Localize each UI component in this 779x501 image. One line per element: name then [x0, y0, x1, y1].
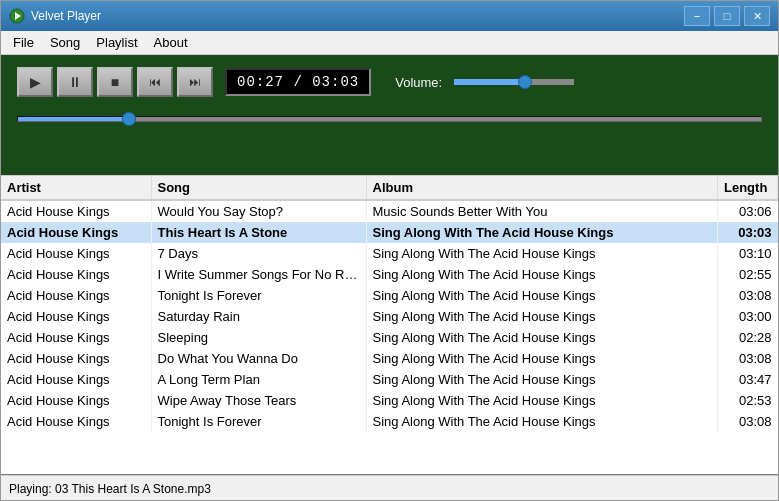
playlist-wrapper: Artist Song Album Length Acid House King…: [1, 175, 778, 474]
minimize-button[interactable]: −: [684, 6, 710, 26]
volume-label: Volume:: [395, 75, 442, 90]
menu-song[interactable]: Song: [42, 33, 88, 52]
cell-song: Would You Say Stop?: [151, 200, 366, 222]
cell-length: 02:28: [718, 327, 778, 348]
header-album: Album: [366, 176, 718, 200]
table-row[interactable]: Acid House Kings7 DaysSing Along With Th…: [1, 243, 778, 264]
menu-file[interactable]: File: [5, 33, 42, 52]
progress-thumb[interactable]: [122, 112, 136, 126]
cell-song: Wipe Away Those Tears: [151, 390, 366, 411]
cell-album: Sing Along With The Acid House Kings: [366, 264, 718, 285]
header-song: Song: [151, 176, 366, 200]
cell-length: 03:00: [718, 306, 778, 327]
cell-album: Sing Along With The Acid House Kings: [366, 243, 718, 264]
cell-length: 03:08: [718, 411, 778, 432]
table-row[interactable]: Acid House KingsI Write Summer Songs For…: [1, 264, 778, 285]
cell-album: Sing Along With The Acid House Kings: [366, 369, 718, 390]
cell-album: Sing Along With The Acid House Kings: [366, 285, 718, 306]
menu-bar: File Song Playlist About: [1, 31, 778, 55]
app-icon: [9, 8, 25, 24]
cell-artist: Acid House Kings: [1, 348, 151, 369]
controls-row: ▶ ⏸ ■ ⏮ ⏭ 00:27 / 03:03 Volume:: [17, 67, 762, 97]
header-artist: Artist: [1, 176, 151, 200]
cell-length: 02:55: [718, 264, 778, 285]
cell-artist: Acid House Kings: [1, 200, 151, 222]
progress-fill: [18, 117, 129, 121]
cell-length: 03:06: [718, 200, 778, 222]
cell-length: 03:03: [718, 222, 778, 243]
cell-artist: Acid House Kings: [1, 369, 151, 390]
cell-length: 02:53: [718, 390, 778, 411]
play-button[interactable]: ▶: [17, 67, 53, 97]
table-row[interactable]: Acid House KingsWipe Away Those TearsSin…: [1, 390, 778, 411]
progress-container: [17, 111, 762, 127]
table-row[interactable]: Acid House KingsTonight Is ForeverSing A…: [1, 285, 778, 306]
table-row[interactable]: Acid House KingsThis Heart Is A StoneSin…: [1, 222, 778, 243]
cell-song: 7 Days: [151, 243, 366, 264]
menu-playlist[interactable]: Playlist: [88, 33, 145, 52]
menu-about[interactable]: About: [146, 33, 196, 52]
cell-song: Do What You Wanna Do: [151, 348, 366, 369]
table-row[interactable]: Acid House KingsDo What You Wanna DoSing…: [1, 348, 778, 369]
playlist-body: Acid House KingsWould You Say Stop?Music…: [1, 200, 778, 432]
time-display: 00:27 / 03:03: [225, 68, 371, 96]
cell-song: A Long Term Plan: [151, 369, 366, 390]
status-text: Playing: 03 This Heart Is A Stone.mp3: [9, 482, 211, 496]
volume-slider[interactable]: [454, 79, 574, 85]
header-length: Length: [718, 176, 778, 200]
table-row[interactable]: Acid House KingsTonight Is ForeverSing A…: [1, 411, 778, 432]
playlist-container: Artist Song Album Length Acid House King…: [1, 175, 778, 474]
cell-artist: Acid House Kings: [1, 222, 151, 243]
cell-album: Sing Along With The Acid House Kings: [366, 306, 718, 327]
cell-artist: Acid House Kings: [1, 390, 151, 411]
cell-album: Music Sounds Better With You: [366, 200, 718, 222]
volume-slider-container: [454, 79, 574, 85]
prev-button[interactable]: ⏮: [137, 67, 173, 97]
cell-album: Sing Along With The Acid House Kings: [366, 222, 718, 243]
cell-length: 03:47: [718, 369, 778, 390]
table-row[interactable]: Acid House KingsSleepingSing Along With …: [1, 327, 778, 348]
cell-length: 03:10: [718, 243, 778, 264]
cell-artist: Acid House Kings: [1, 243, 151, 264]
table-row[interactable]: Acid House KingsWould You Say Stop?Music…: [1, 200, 778, 222]
next-button[interactable]: ⏭: [177, 67, 213, 97]
title-bar: Velvet Player − □ ✕: [1, 1, 778, 31]
stop-button[interactable]: ■: [97, 67, 133, 97]
title-text: Velvet Player: [31, 9, 682, 23]
cell-album: Sing Along With The Acid House Kings: [366, 327, 718, 348]
maximize-button[interactable]: □: [714, 6, 740, 26]
cell-artist: Acid House Kings: [1, 306, 151, 327]
cell-song: Saturday Rain: [151, 306, 366, 327]
cell-song: I Write Summer Songs For No Reason: [151, 264, 366, 285]
cell-artist: Acid House Kings: [1, 411, 151, 432]
close-button[interactable]: ✕: [744, 6, 770, 26]
cell-album: Sing Along With The Acid House Kings: [366, 390, 718, 411]
progress-track[interactable]: [17, 116, 762, 122]
cell-artist: Acid House Kings: [1, 285, 151, 306]
player-section: ▶ ⏸ ■ ⏮ ⏭ 00:27 / 03:03 Volume:: [1, 55, 778, 175]
cell-length: 03:08: [718, 285, 778, 306]
table-row[interactable]: Acid House KingsSaturday RainSing Along …: [1, 306, 778, 327]
cell-song: Sleeping: [151, 327, 366, 348]
cell-artist: Acid House Kings: [1, 264, 151, 285]
table-row[interactable]: Acid House KingsA Long Term PlanSing Alo…: [1, 369, 778, 390]
table-header-row: Artist Song Album Length: [1, 176, 778, 200]
playlist-table: Artist Song Album Length Acid House King…: [1, 176, 778, 432]
pause-button[interactable]: ⏸: [57, 67, 93, 97]
cell-song: This Heart Is A Stone: [151, 222, 366, 243]
cell-album: Sing Along With The Acid House Kings: [366, 411, 718, 432]
cell-album: Sing Along With The Acid House Kings: [366, 348, 718, 369]
cell-song: Tonight Is Forever: [151, 285, 366, 306]
status-bar: Playing: 03 This Heart Is A Stone.mp3: [1, 474, 778, 501]
cell-length: 03:08: [718, 348, 778, 369]
cell-artist: Acid House Kings: [1, 327, 151, 348]
cell-song: Tonight Is Forever: [151, 411, 366, 432]
